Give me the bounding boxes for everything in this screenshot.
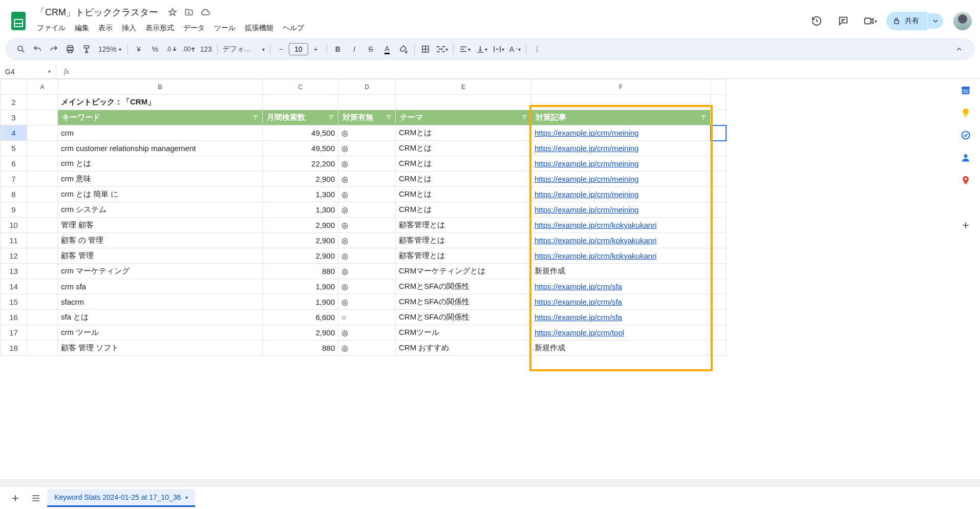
cell-keyword[interactable]: crm とは 簡単 に: [58, 187, 263, 202]
cell-theme[interactable]: CRMとは: [396, 172, 531, 187]
col-header-B[interactable]: B: [58, 79, 263, 95]
cell-keyword[interactable]: 顧客 の 管理: [58, 233, 263, 248]
header-keyword[interactable]: キーワード: [58, 110, 263, 125]
cell-keyword[interactable]: crm 意味: [58, 172, 263, 187]
cell-status[interactable]: ◎: [338, 202, 396, 218]
row-header[interactable]: 10: [1, 218, 27, 233]
cell-article[interactable]: https://example.jp/crm/kokyakukanri: [531, 233, 711, 248]
menu-ツール[interactable]: ツール: [210, 22, 240, 35]
cell-volume[interactable]: 2,900: [263, 172, 338, 187]
cell[interactable]: [711, 233, 726, 248]
row-header[interactable]: 7: [1, 172, 27, 187]
cell-keyword[interactable]: crm マーケティング: [58, 264, 263, 279]
cell-volume[interactable]: 880: [263, 341, 338, 356]
maps-icon[interactable]: [961, 175, 971, 185]
cell-status[interactable]: ◎: [338, 141, 396, 156]
cell[interactable]: [27, 264, 58, 279]
cell-status[interactable]: ◎: [338, 279, 396, 294]
header-article[interactable]: 対策記事: [531, 110, 711, 125]
meet-icon[interactable]: ▾: [860, 11, 880, 31]
cell-keyword[interactable]: crm システム: [58, 202, 263, 218]
currency-format-button[interactable]: ¥: [131, 41, 146, 57]
cell[interactable]: [27, 141, 58, 156]
cell-theme[interactable]: CRMとは: [396, 187, 531, 202]
name-box[interactable]: G4▾: [0, 65, 56, 78]
cell-article[interactable]: https://example.jp/crm/meining: [531, 202, 711, 218]
cell-article[interactable]: https://example.jp/crm/meining: [531, 172, 711, 187]
text-wrap-button[interactable]: ▾: [491, 41, 506, 57]
cell-article[interactable]: https://example.jp/crm/kokyakukanri: [531, 248, 711, 264]
cell-keyword[interactable]: crm ツール: [58, 325, 263, 341]
comments-icon[interactable]: [833, 11, 854, 31]
chevron-down-icon[interactable]: ▾: [185, 495, 188, 500]
font-size-input[interactable]: [289, 43, 308, 55]
cell-theme[interactable]: CRMとは: [396, 125, 531, 141]
cell-volume[interactable]: 1,900: [263, 294, 338, 310]
row-header[interactable]: 17: [1, 325, 27, 341]
row-header[interactable]: 8: [1, 187, 27, 202]
cell-volume[interactable]: 49,500: [263, 125, 338, 141]
all-sheets-button[interactable]: [27, 489, 45, 507]
share-dropdown[interactable]: [928, 13, 943, 29]
cell-theme[interactable]: CRMとは: [396, 202, 531, 218]
redo-icon[interactable]: [46, 41, 61, 57]
v-align-button[interactable]: ▾: [474, 41, 489, 57]
menu-編集[interactable]: 編集: [71, 22, 93, 35]
cell-status[interactable]: ◎: [338, 187, 396, 202]
cell-article[interactable]: https://example.jp/crm/tool: [531, 325, 711, 341]
row-header[interactable]: 16: [1, 310, 27, 325]
row-header[interactable]: 14: [1, 279, 27, 294]
cell[interactable]: [711, 325, 726, 341]
search-icon[interactable]: [13, 41, 29, 57]
account-avatar[interactable]: [953, 12, 972, 30]
filter-icon[interactable]: [328, 114, 335, 121]
row-header[interactable]: 6: [1, 156, 27, 172]
filter-icon[interactable]: [385, 114, 392, 121]
merge-cells-button[interactable]: ▾: [434, 41, 450, 57]
cell-article[interactable]: https://example.jp/crm/sfa: [531, 294, 711, 310]
menu-ファイル[interactable]: ファイル: [33, 22, 70, 35]
cell-theme[interactable]: CRM おすすめ: [396, 341, 531, 356]
filter-icon[interactable]: [700, 114, 707, 121]
decrease-font-button[interactable]: −: [273, 41, 289, 57]
collapse-toolbar-icon[interactable]: [951, 41, 967, 57]
cell-volume[interactable]: 2,900: [263, 248, 338, 264]
italic-button[interactable]: I: [347, 41, 362, 57]
cell[interactable]: [711, 202, 726, 218]
menu-表示[interactable]: 表示: [94, 22, 117, 35]
cell-keyword[interactable]: 顧客 管理 ソフト: [58, 341, 263, 356]
menu-拡張機能[interactable]: 拡張機能: [241, 22, 278, 35]
bold-button[interactable]: B: [330, 41, 346, 57]
add-panel-icon[interactable]: [961, 220, 971, 230]
move-icon[interactable]: [184, 7, 194, 17]
decrease-decimal-button[interactable]: .0: [164, 41, 179, 57]
cell[interactable]: [27, 310, 58, 325]
h-align-button[interactable]: ▾: [457, 41, 473, 57]
cell[interactable]: [711, 187, 726, 202]
cell[interactable]: [27, 294, 58, 310]
cell-status[interactable]: ◎: [338, 248, 396, 264]
cell-article[interactable]: https://example.jp/crm/sfa: [531, 310, 711, 325]
cell-article[interactable]: 新規作成: [531, 264, 711, 279]
cell[interactable]: [711, 341, 726, 356]
increase-font-button[interactable]: +: [308, 41, 324, 57]
cell[interactable]: [711, 125, 726, 141]
header-theme[interactable]: テーマ: [396, 110, 531, 125]
cell-article[interactable]: https://example.jp/crm/sfa: [531, 279, 711, 294]
row-header[interactable]: 4: [1, 125, 27, 141]
spreadsheet-grid[interactable]: A B C D E F 2 メイントピック：「CRM」 3: [0, 79, 951, 479]
cell-status[interactable]: ◎: [338, 172, 396, 187]
cell[interactable]: [27, 187, 58, 202]
cell-volume[interactable]: 6,600: [263, 310, 338, 325]
cell-keyword[interactable]: 管理 顧客: [58, 218, 263, 233]
cell[interactable]: [27, 325, 58, 341]
text-rotate-button[interactable]: A→▾: [507, 41, 523, 57]
document-title[interactable]: 「CRM」トピッククラスター: [33, 5, 161, 19]
cell-keyword[interactable]: crm sfa: [58, 279, 263, 294]
sheet-tab-active[interactable]: Keyword Stats 2024-01-25 at 17_10_36 ▾: [47, 489, 195, 507]
cell[interactable]: [711, 264, 726, 279]
zoom-select[interactable]: 125%▾: [95, 41, 124, 57]
cell[interactable]: [711, 294, 726, 310]
header-volume[interactable]: 月間検索数: [263, 110, 338, 125]
col-header-A[interactable]: A: [27, 79, 58, 95]
